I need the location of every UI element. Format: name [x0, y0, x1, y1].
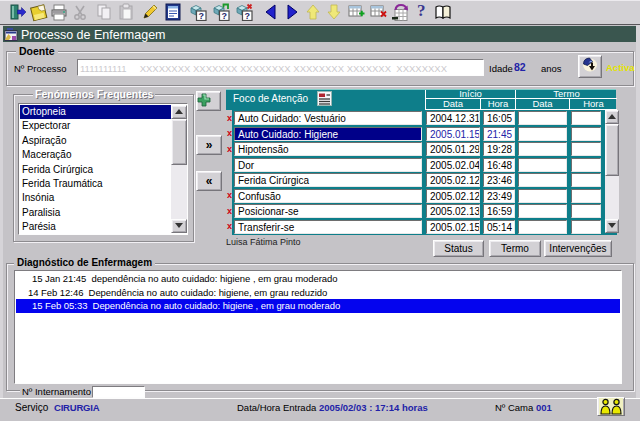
- svg-text:?: ?: [244, 11, 250, 21]
- svg-text:?: ?: [221, 11, 227, 21]
- svg-text:?: ?: [198, 11, 204, 21]
